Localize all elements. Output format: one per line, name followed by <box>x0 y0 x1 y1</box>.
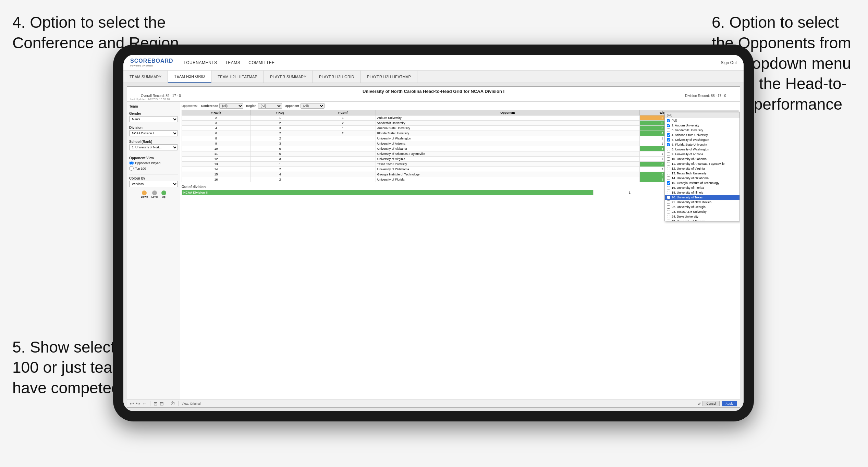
table-row: 16 2 University of Florida 3 1 <box>182 177 738 182</box>
cell-opponent: Georgia Institute of Technology <box>376 172 640 177</box>
sidebar-opponent-view-label: Opponent View <box>129 156 178 160</box>
cell-conf <box>310 157 376 162</box>
nav-links: TOURNAMENTS TEAMS COMMITTEE <box>184 60 275 65</box>
panel-title: University of North Carolina Head-to-Hea… <box>127 89 740 94</box>
tab-team-h2h-grid[interactable]: TEAM H2H GRID <box>168 71 211 83</box>
dropdown-list-item[interactable]: 5. University of Washington <box>665 137 739 142</box>
overall-record: Overall Record: 89 · 17 · 0 <box>141 94 181 98</box>
cell-rank: 15 <box>182 172 250 177</box>
last-updated: Last Updated: 4/7/2024 16:55:28 <box>127 98 740 101</box>
dropdown-list-item[interactable]: 23. Texas A&M University <box>665 209 739 214</box>
dropdown-list-item[interactable]: 24. Duke University <box>665 214 739 219</box>
table-row: 14 2 University of Oklahoma 2 2 <box>182 167 738 172</box>
dropdown-list-item[interactable]: 13. Texas Tech University <box>665 171 739 176</box>
radio-top100[interactable]: Top 100 <box>129 166 178 171</box>
dropdown-list-item[interactable]: 2. Auburn University <box>665 123 739 128</box>
sidebar-division-select[interactable]: NCAA Division I <box>129 130 178 136</box>
dropdown-list-item[interactable]: 22. University of Georgia <box>665 205 739 209</box>
sidebar-school-section: School (Rank) 1. University of Nort... <box>129 140 178 150</box>
sidebar-division-section: Division NCAA Division I <box>129 126 178 136</box>
toolbar-clock[interactable]: ⏱ <box>170 401 175 406</box>
filter-conference-select[interactable]: (All) <box>219 103 243 109</box>
sidebar-colour-section: Colour by Win/loss <box>129 176 178 187</box>
tab-player-h2h-grid[interactable]: PLAYER H2H GRID <box>313 71 361 83</box>
nav-teams[interactable]: TEAMS <box>225 60 241 65</box>
dropdown-list-item[interactable]: 8. University of Washington <box>665 147 739 152</box>
sidebar-team-label: Team <box>129 105 178 108</box>
radio-opponents-played[interactable]: Opponents Played <box>129 161 178 165</box>
sidebar-colour-select[interactable]: Win/loss <box>129 181 178 187</box>
cell-conf <box>310 136 376 141</box>
tab-team-h2h-heatmap[interactable]: TEAM H2H HEATMAP <box>211 71 264 83</box>
filter-opponent-select[interactable]: (All) <box>301 103 325 109</box>
cell-reg: 2 <box>250 177 310 182</box>
tab-team-summary[interactable]: TEAM SUMMARY <box>123 71 168 83</box>
th-rank: # Rank <box>182 110 250 115</box>
out-div-header: Out of division <box>182 185 738 189</box>
cell-reg: 4 <box>250 172 310 177</box>
toolbar-paste[interactable]: ⊟ <box>160 401 164 406</box>
cell-opponent: University of Arizona <box>376 141 640 146</box>
cell-reg: 1 <box>250 115 310 121</box>
cell-conf <box>310 167 376 172</box>
nav-committee[interactable]: COMMITTEE <box>248 60 275 65</box>
cell-rank: 14 <box>182 167 250 172</box>
sidebar-legend: Down Level Up <box>129 191 178 198</box>
toolbar-divider <box>150 401 150 406</box>
nav-tournaments[interactable]: TOURNAMENTS <box>184 60 217 65</box>
tab-player-summary[interactable]: PLAYER SUMMARY <box>264 71 313 83</box>
dropdown-list-item[interactable]: 15. Georgia Institute of Technology <box>665 181 739 185</box>
toolbar-copy[interactable]: ⊡ <box>154 401 158 406</box>
cell-rank: 12 <box>182 157 250 162</box>
sidebar-opponent-view-section: Opponent View Opponents Played Top 100 <box>129 156 178 171</box>
dropdown-list-item[interactable]: 6. Florida State University <box>665 142 739 147</box>
dropdown-list-item[interactable]: 4. Arizona State University <box>665 133 739 137</box>
cell-opponent: University of Virginia <box>376 157 640 162</box>
legend-down: Down <box>141 191 148 198</box>
cancel-button[interactable]: Cancel <box>702 401 720 406</box>
cell-conf <box>310 162 376 167</box>
legend-level: Level <box>151 191 158 198</box>
cell-reg: 3 <box>250 126 310 131</box>
cell-rank: 9 <box>182 141 250 146</box>
dropdown-list-item[interactable]: 25. University of Oregon <box>665 219 739 221</box>
cell-conf: 2 <box>310 121 376 126</box>
dropdown-list-item[interactable]: 16. University of Florida <box>665 185 739 190</box>
cell-reg: 3 <box>250 141 310 146</box>
cell-rank: 16 <box>182 177 250 182</box>
cell-rank: 6 <box>182 131 250 136</box>
sidebar-division-label: Division <box>129 126 178 130</box>
toolbar-back[interactable]: ← <box>142 401 147 406</box>
apply-button[interactable]: Apply <box>722 401 737 406</box>
grid-with-dropdown: Opponents: Conference (All) Region <box>180 102 740 400</box>
cell-rank: 13 <box>182 162 250 167</box>
nav-sign-out[interactable]: Sign Out <box>721 60 737 65</box>
dropdown-list-item[interactable]: 14. University of Oklahoma <box>665 176 739 181</box>
table-row: 11 6 University of Arkansas, Fayettevill… <box>182 151 738 157</box>
logo: SCOREBOARD Powered by Board <box>130 58 173 67</box>
opponent-dropdown[interactable]: (All) (All) 2. Auburn University 3. Vand… <box>664 112 740 221</box>
toolbar-w: W <box>698 402 701 405</box>
cell-reg: 2 <box>250 136 310 141</box>
cell-conf <box>310 151 376 157</box>
toolbar-undo[interactable]: ↩ <box>130 401 134 406</box>
dropdown-list-item[interactable]: 21. University of New Mexico <box>665 200 739 205</box>
dropdown-list-item[interactable]: 9. University of Arizona <box>665 152 739 157</box>
dropdown-list-item[interactable]: 3. Vanderbilt University <box>665 128 739 133</box>
cell-rank: 4 <box>182 126 250 131</box>
sidebar-gender-select[interactable]: Men's <box>129 116 178 122</box>
cell-opponent: University of Florida <box>376 177 640 182</box>
tab-player-h2h-heatmap[interactable]: PLAYER H2H HEATMAP <box>361 71 417 83</box>
dropdown-list-item[interactable]: 12. University of Virginia <box>665 166 739 171</box>
dropdown-list-item[interactable]: 20. University of Texas <box>665 195 739 200</box>
opponents-label: Opponents: <box>182 104 198 108</box>
dropdown-list-item[interactable]: 11. University of Arkansas, Fayetteville <box>665 161 739 166</box>
dropdown-list-item[interactable]: (All) <box>665 118 739 123</box>
filter-region-select[interactable]: (All) <box>258 103 282 109</box>
dropdown-list-item[interactable]: 18. University of Illinois <box>665 190 739 195</box>
toolbar-divider-3 <box>178 401 179 406</box>
sidebar-school-select[interactable]: 1. University of Nort... <box>129 144 178 150</box>
cell-rank: 10 <box>182 146 250 151</box>
toolbar-redo[interactable]: ↪ <box>136 401 140 406</box>
dropdown-list-item[interactable]: 10. University of Alabama <box>665 157 739 161</box>
